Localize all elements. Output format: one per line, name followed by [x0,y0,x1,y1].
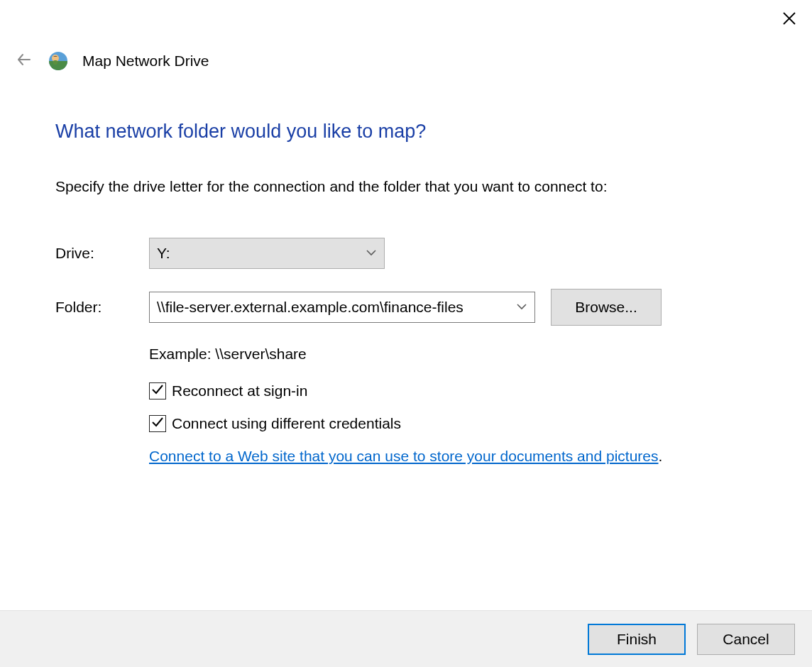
drive-select[interactable]: Y: [149,238,385,269]
dialog-title: Map Network Drive [82,53,209,70]
different-credentials-checkbox[interactable] [149,415,166,432]
chevron-down-icon [366,245,377,262]
main-heading: What network folder would you like to ma… [55,121,769,143]
instruction-text: Specify the drive letter for the connect… [55,178,769,195]
dialog-header: Map Network Drive [14,50,798,72]
folder-combobox[interactable] [149,292,535,323]
back-arrow-icon [16,51,33,72]
reconnect-label: Reconnect at sign-in [172,382,307,399]
cancel-button[interactable]: Cancel [697,624,795,655]
folder-label: Folder: [55,299,149,316]
checkmark-icon [151,415,164,432]
folder-input[interactable] [150,292,534,322]
svg-rect-2 [53,60,57,65]
chevron-down-icon [516,299,527,316]
dialog-footer: Finish Cancel [0,610,812,667]
finish-button[interactable]: Finish [588,624,686,655]
website-link-row: Connect to a Web site that you can use t… [149,448,769,465]
example-text: Example: \\server\share [149,346,769,363]
drive-select-value: Y: [157,245,170,262]
dialog-content: What network folder would you like to ma… [55,121,769,480]
network-drive-icon [47,50,70,72]
close-icon [782,11,796,29]
close-button[interactable] [779,10,799,30]
different-credentials-label: Connect using different credentials [172,415,401,432]
form-grid: Drive: Y: Folder: Browse... [55,238,769,326]
browse-button[interactable]: Browse... [551,289,662,326]
checkmark-icon [151,382,164,399]
connect-website-link[interactable]: Connect to a Web site that you can use t… [149,448,659,464]
drive-label: Drive: [55,245,149,262]
map-network-drive-dialog: Map Network Drive What network folder wo… [0,0,812,667]
back-button[interactable] [14,51,34,71]
reconnect-checkbox[interactable] [149,382,166,399]
